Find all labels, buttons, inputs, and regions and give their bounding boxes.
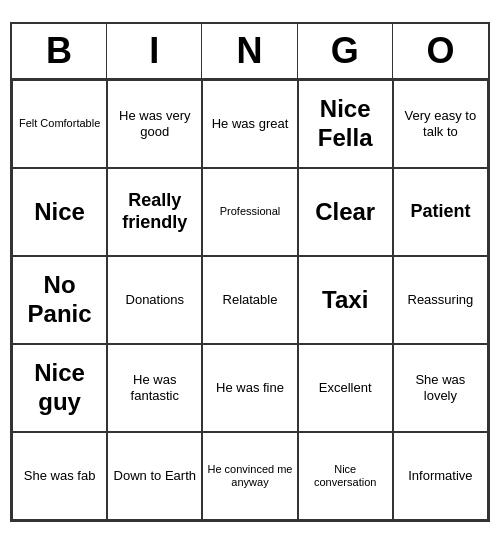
- cell-text: Relatable: [207, 292, 292, 308]
- cell-text: He was fine: [207, 380, 292, 396]
- cell-text: He was great: [207, 116, 292, 132]
- header-letter: I: [107, 24, 202, 78]
- header-letter: G: [298, 24, 393, 78]
- bingo-cell: Nice: [12, 168, 107, 256]
- bingo-cell: He was very good: [107, 80, 202, 168]
- cell-text: Nice: [17, 198, 102, 227]
- bingo-cell: Felt Comfortable: [12, 80, 107, 168]
- bingo-cell: Reassuring: [393, 256, 488, 344]
- bingo-cell: Very easy to talk to: [393, 80, 488, 168]
- cell-text: He convinced me anyway: [207, 463, 292, 489]
- cell-text: Professional: [207, 205, 292, 218]
- cell-text: Nice guy: [17, 359, 102, 417]
- bingo-cell: Down to Earth: [107, 432, 202, 520]
- bingo-cell: Nice guy: [12, 344, 107, 432]
- bingo-cell: Patient: [393, 168, 488, 256]
- cell-text: Taxi: [303, 286, 388, 315]
- bingo-cell: Clear: [298, 168, 393, 256]
- bingo-header: BINGO: [12, 24, 488, 80]
- cell-text: Excellent: [303, 380, 388, 396]
- cell-text: Donations: [112, 292, 197, 308]
- cell-text: No Panic: [17, 271, 102, 329]
- bingo-cell: Nice Fella: [298, 80, 393, 168]
- cell-text: Nice Fella: [303, 95, 388, 153]
- cell-text: Felt Comfortable: [17, 117, 102, 130]
- cell-text: He was very good: [112, 108, 197, 139]
- bingo-cell: Informative: [393, 432, 488, 520]
- cell-text: Very easy to talk to: [398, 108, 483, 139]
- cell-text: Down to Earth: [112, 468, 197, 484]
- cell-text: Informative: [398, 468, 483, 484]
- header-letter: O: [393, 24, 488, 78]
- cell-text: Clear: [303, 198, 388, 227]
- header-letter: B: [12, 24, 107, 78]
- bingo-cell: Really friendly: [107, 168, 202, 256]
- cell-text: He was fantastic: [112, 372, 197, 403]
- bingo-cell: He was fine: [202, 344, 297, 432]
- cell-text: She was lovely: [398, 372, 483, 403]
- bingo-grid: Felt ComfortableHe was very goodHe was g…: [12, 80, 488, 520]
- bingo-cell: She was lovely: [393, 344, 488, 432]
- bingo-cell: He convinced me anyway: [202, 432, 297, 520]
- bingo-cell: He was fantastic: [107, 344, 202, 432]
- cell-text: Nice conversation: [303, 463, 388, 489]
- bingo-cell: She was fab: [12, 432, 107, 520]
- bingo-cell: Excellent: [298, 344, 393, 432]
- bingo-cell: Nice conversation: [298, 432, 393, 520]
- header-letter: N: [202, 24, 297, 78]
- bingo-cell: Donations: [107, 256, 202, 344]
- cell-text: Really friendly: [112, 190, 197, 233]
- bingo-cell: No Panic: [12, 256, 107, 344]
- bingo-card: BINGO Felt ComfortableHe was very goodHe…: [10, 22, 490, 522]
- bingo-cell: Professional: [202, 168, 297, 256]
- cell-text: She was fab: [17, 468, 102, 484]
- cell-text: Patient: [398, 201, 483, 223]
- bingo-cell: Relatable: [202, 256, 297, 344]
- bingo-cell: He was great: [202, 80, 297, 168]
- cell-text: Reassuring: [398, 292, 483, 308]
- bingo-cell: Taxi: [298, 256, 393, 344]
